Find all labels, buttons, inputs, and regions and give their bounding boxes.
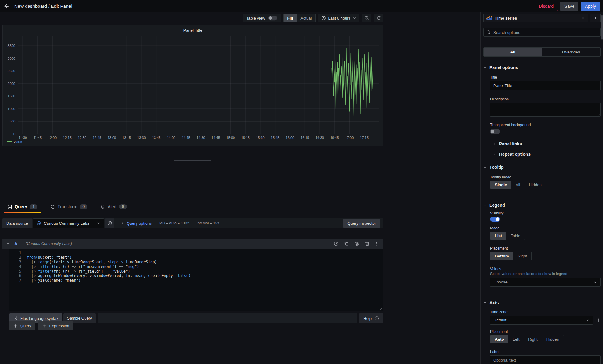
panel-links-label: Panel links <box>499 141 522 146</box>
chevron-right-icon <box>593 16 597 20</box>
datasource-select[interactable]: Curious Community Labs <box>33 218 104 228</box>
axis-placement-right[interactable]: Right <box>524 335 542 343</box>
fill-option[interactable]: Fill <box>284 14 297 22</box>
repeat-options-section[interactable]: Repeat options <box>493 149 601 159</box>
help-button[interactable]: Help <box>359 313 383 323</box>
back-button[interactable] <box>0 0 12 12</box>
editor-resize-grip-icon[interactable] <box>379 308 382 311</box>
main-column: Table view Fill Actual Last 6 hours <box>0 12 480 364</box>
tab-transform[interactable]: Transform 0 <box>47 202 91 212</box>
query-inspector-button[interactable]: Query inspector <box>343 219 380 228</box>
delete-query-trash-icon[interactable] <box>365 241 370 246</box>
tab-alert[interactable]: Alert 0 <box>97 202 130 212</box>
chevron-right-icon <box>493 142 496 145</box>
add-query-button[interactable]: Query <box>9 321 35 330</box>
legend-header[interactable]: Legend <box>483 202 601 209</box>
legend-mode-table[interactable]: Table <box>506 232 525 240</box>
editor-tabs: Query 1 Transform 0 Alert 0 <box>4 202 131 212</box>
legend-values-select[interactable]: Choose <box>490 278 601 287</box>
chevron-right-icon <box>493 153 496 156</box>
panel-options-header[interactable]: Panel options <box>483 64 601 71</box>
tab-query[interactable]: Query 1 <box>4 202 41 212</box>
options-search[interactable] <box>483 28 601 37</box>
x-tick-label: 13:15 <box>122 136 131 140</box>
legend-visibility-toggle[interactable] <box>490 217 500 222</box>
x-tick-label: 11:30 <box>19 136 27 140</box>
legend-mode-list[interactable]: List <box>490 232 506 240</box>
line-number: 1 <box>9 251 27 255</box>
time-range-picker[interactable]: Last 6 hours <box>318 14 359 22</box>
transparent-bg-toggle[interactable] <box>490 129 500 134</box>
pane-resize-handle[interactable] <box>174 160 211 161</box>
timeseries-viz-icon <box>486 16 492 20</box>
query-ref-id[interactable]: A <box>14 241 17 246</box>
x-tick-label: 12:15 <box>63 136 72 140</box>
zoom-out-button[interactable] <box>362 14 371 22</box>
code-line[interactable]: 5 |> filter(fn: (r) => r["_field"] == "v… <box>9 269 383 274</box>
tab-all[interactable]: All <box>484 48 542 56</box>
series-legend-label[interactable]: value <box>14 140 22 144</box>
apply-button[interactable]: Apply <box>581 2 600 11</box>
add-expression-button[interactable]: Expression <box>38 321 73 330</box>
code-line[interactable]: 4 |> filter(fn: (r) => r["_measurement"]… <box>9 264 383 269</box>
save-button[interactable]: Save <box>560 2 578 11</box>
tooltip-mode-all[interactable]: All <box>511 181 524 189</box>
axis-placement-left[interactable]: Left <box>508 335 524 343</box>
timezone-select[interactable]: Default <box>490 316 593 325</box>
drag-handle-icon[interactable] <box>375 242 379 246</box>
datasource-help-button[interactable] <box>105 218 114 228</box>
help-label: Help <box>363 316 372 321</box>
duplicate-query-icon[interactable] <box>344 241 349 246</box>
collapse-sidebar-button[interactable] <box>590 14 601 22</box>
add-timezone-plus-icon[interactable] <box>596 318 601 322</box>
tooltip-mode-single[interactable]: Single <box>490 181 511 189</box>
visualization-name: Time series <box>495 16 578 21</box>
tooltip-mode-hidden[interactable]: Hidden <box>524 181 546 189</box>
tab-overrides[interactable]: Overrides <box>542 48 601 56</box>
line-number: 3 <box>9 260 27 264</box>
options-search-input[interactable] <box>493 30 597 35</box>
refresh-button[interactable] <box>374 14 383 22</box>
discard-button[interactable]: Discard <box>535 2 558 11</box>
search-icon <box>486 30 491 35</box>
code-line[interactable]: 7 |> yield(name: "mean") <box>9 278 383 283</box>
visualization-picker[interactable]: Time series <box>483 14 588 22</box>
axis-placement-auto[interactable]: Auto <box>490 335 508 343</box>
line-number: 4 <box>9 265 27 269</box>
hide-query-eye-icon[interactable] <box>354 241 359 247</box>
query-help-icon[interactable] <box>334 241 339 246</box>
legend-values-label: Values <box>490 267 601 271</box>
axis-placement-hidden[interactable]: Hidden <box>542 335 564 343</box>
panel-links-section[interactable]: Panel links <box>493 139 601 149</box>
legend-mode-label: Mode <box>490 226 601 230</box>
flux-code-editor[interactable]: 12from(bucket: "test")3 |> range(start: … <box>9 249 383 311</box>
code-line[interactable]: 2from(bucket: "test") <box>9 255 383 260</box>
collapse-query-chevron-icon[interactable] <box>6 242 10 246</box>
y-tick-label: 0 <box>13 132 15 136</box>
query-options-toggle[interactable]: Query options <box>121 221 152 226</box>
actual-option[interactable]: Actual <box>297 14 315 22</box>
timezone-value: Default <box>494 318 586 322</box>
code-line[interactable]: 6 |> aggregateWindow(every: v.windowPeri… <box>9 274 383 278</box>
sidebar-scrollbar-thumb[interactable] <box>601 15 603 40</box>
query-editor-card: A (Curious Community Labs) <box>2 239 383 311</box>
code-line[interactable]: 1 <box>9 251 383 255</box>
query-options-label: Query options <box>127 221 152 226</box>
transform-icon <box>50 205 55 209</box>
table-view-toggle[interactable] <box>268 16 277 20</box>
axis-placement-group: Auto Left Right Hidden <box>490 335 564 343</box>
panel-title-input[interactable] <box>490 81 601 90</box>
x-tick-label: 14:15 <box>182 136 190 140</box>
description-textarea[interactable] <box>490 103 601 117</box>
chevron-down-icon <box>483 204 487 207</box>
legend-placement-right[interactable]: Right <box>513 252 531 260</box>
chevron-down-icon <box>483 301 487 305</box>
tooltip-header[interactable]: Tooltip <box>483 164 601 171</box>
legend-placement-bottom[interactable]: Bottom <box>490 252 513 260</box>
clock-icon <box>321 16 326 21</box>
axis-label-input[interactable] <box>490 355 601 364</box>
page-title: New dashboard / Edit Panel <box>14 3 72 9</box>
axis-header[interactable]: Axis <box>483 299 601 306</box>
textarea-resize-grip-icon[interactable] <box>597 113 600 116</box>
code-line[interactable]: 3 |> range(start: v.timeRangeStart, stop… <box>9 260 383 265</box>
